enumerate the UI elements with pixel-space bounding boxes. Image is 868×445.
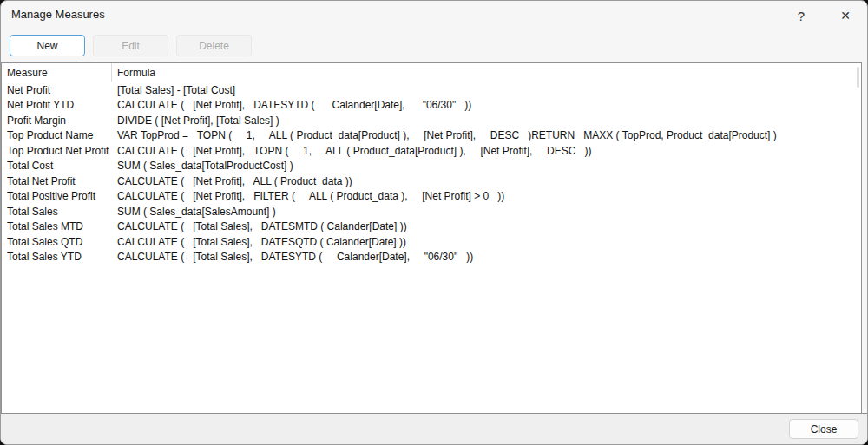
table-row[interactable]: Total Sales QTDCALCULATE ( [Total Sales]… <box>2 234 861 250</box>
table-row[interactable]: Total SalesSUM ( Sales_data[SalesAmount]… <box>2 204 861 219</box>
formula-cell: DIVIDE ( [Net Profit], [Total Sales] ) <box>112 115 861 127</box>
edit-button: Edit <box>93 35 168 56</box>
manage-measures-dialog: Manage Measures ? ✕ New Edit Delete Meas… <box>0 0 868 445</box>
formula-cell: [Total Sales] - [Total Cost] <box>112 84 861 96</box>
measure-cell: Top Product Net Profit <box>2 145 112 157</box>
measure-cell: Total Positive Profit <box>2 190 112 202</box>
table-row[interactable]: Total Sales MTDCALCULATE ( [Total Sales]… <box>2 219 861 235</box>
table-row[interactable]: Profit MarginDIVIDE ( [Net Profit], [Tot… <box>2 113 861 128</box>
column-header-measure[interactable]: Measure <box>2 63 112 82</box>
titlebar: Manage Measures ? ✕ <box>1 1 867 32</box>
formula-cell: CALCULATE ( [Total Sales], DATESQTD ( Ca… <box>112 236 861 248</box>
measure-cell: Profit Margin <box>2 115 112 127</box>
help-icon[interactable]: ? <box>786 4 816 27</box>
measure-cell: Total Sales QTD <box>2 236 112 248</box>
formula-cell: CALCULATE ( [Total Sales], DATESYTD ( Ca… <box>112 251 861 263</box>
formula-cell: SUM ( Sales_data[TotalProductCost] ) <box>112 160 861 172</box>
table-row[interactable]: Top Product NameVAR TopProd = TOPN ( 1, … <box>2 128 861 144</box>
measures-list: Measure Formula Net Profit[Total Sales] … <box>1 62 862 415</box>
table-row[interactable]: Top Product Net ProfitCALCULATE ( [Net P… <box>2 143 861 159</box>
measure-cell: Top Product Name <box>2 129 112 141</box>
table-row[interactable]: Net Profit YTDCALCULATE ( [Net Profit], … <box>2 98 861 114</box>
dialog-title: Manage Measures <box>11 8 105 21</box>
table-row[interactable]: Total Positive ProfitCALCULATE ( [Net Pr… <box>2 189 861 205</box>
measure-cell: Total Net Profit <box>2 175 112 187</box>
formula-cell: CALCULATE ( [Total Sales], DATESMTD ( Ca… <box>112 220 861 232</box>
formula-cell: CALCULATE ( [Net Profit], ALL ( Product_… <box>112 175 861 187</box>
footer: Close <box>1 413 867 444</box>
measure-cell: Total Sales YTD <box>2 251 112 263</box>
table-row[interactable]: Net Profit[Total Sales] - [Total Cost] <box>2 82 861 98</box>
formula-cell: VAR TopProd = TOPN ( 1, ALL ( Product_da… <box>112 129 861 141</box>
delete-button: Delete <box>176 35 252 56</box>
scrollbar-thumb[interactable] <box>857 67 859 88</box>
formula-cell: SUM ( Sales_data[SalesAmount] ) <box>112 206 861 218</box>
toolbar: New Edit Delete <box>1 32 867 62</box>
table-row[interactable]: Total Net ProfitCALCULATE ( [Net Profit]… <box>2 173 861 189</box>
list-body: Net Profit[Total Sales] - [Total Cost]Ne… <box>2 82 861 414</box>
new-button[interactable]: New <box>10 35 85 56</box>
measure-cell: Total Cost <box>2 160 112 172</box>
formula-cell: CALCULATE ( [Net Profit], DATESYTD ( Cal… <box>112 99 861 111</box>
measure-cell: Total Sales <box>2 206 112 218</box>
table-row[interactable]: Total Sales YTDCALCULATE ( [Total Sales]… <box>2 250 861 265</box>
close-icon[interactable]: ✕ <box>831 4 860 27</box>
table-row[interactable]: Total CostSUM ( Sales_data[TotalProductC… <box>2 159 861 174</box>
close-button[interactable]: Close <box>789 419 858 439</box>
formula-cell: CALCULATE ( [Net Profit], TOPN ( 1, ALL … <box>112 145 861 157</box>
measure-cell: Net Profit YTD <box>2 99 112 111</box>
measure-cell: Total Sales MTD <box>2 220 112 232</box>
measure-cell: Net Profit <box>2 84 112 96</box>
column-header-formula[interactable]: Formula <box>112 63 861 82</box>
formula-cell: CALCULATE ( [Net Profit], FILTER ( ALL (… <box>112 190 861 202</box>
list-header: Measure Formula <box>2 63 861 82</box>
